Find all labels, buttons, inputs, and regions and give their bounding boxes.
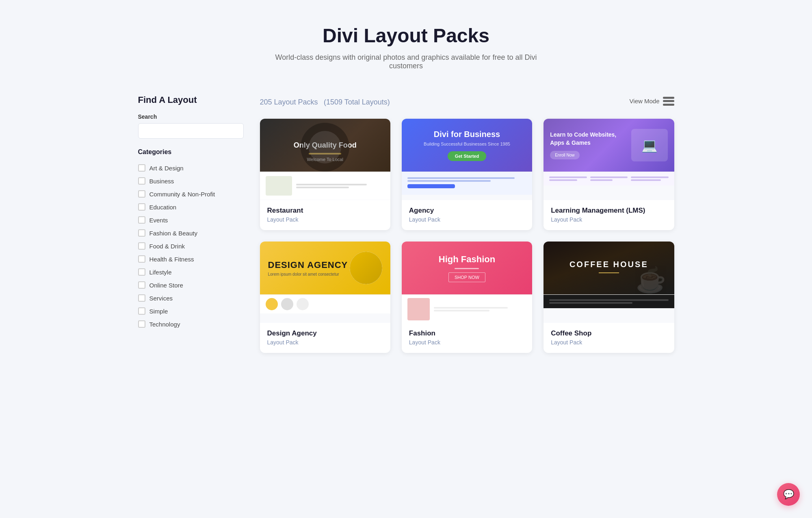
- card-image-top-restaurant: Only Quality Food Welcome To Local: [260, 119, 390, 172]
- card-type-design-agency: Layout Pack: [267, 339, 383, 346]
- card-name-agency: Agency: [409, 207, 525, 215]
- category-item-art-design[interactable]: Art & Design: [138, 161, 244, 174]
- card-type-lms: Layout Pack: [551, 216, 667, 223]
- card-restaurant[interactable]: Only Quality Food Welcome To Local Resta…: [260, 119, 390, 230]
- category-label-services: Services: [149, 295, 173, 302]
- card-fashion[interactable]: High Fashion SHOP NOW Fashion Layout Pac…: [402, 242, 532, 353]
- categories-list: Art & Design Business Community & Non-Pr…: [138, 161, 244, 331]
- card-coffee-shop[interactable]: COFFEE HOUSE ☕ Coffee Shop Layout Pack: [543, 242, 674, 353]
- card-image-bottom-fashion: [402, 294, 532, 323]
- card-image-bottom-agency: [402, 172, 532, 200]
- category-checkbox-lifestyle[interactable]: [138, 268, 145, 276]
- category-checkbox-business[interactable]: [138, 177, 145, 185]
- search-label: Search: [138, 113, 244, 120]
- card-type-agency: Layout Pack: [409, 216, 525, 223]
- count-main: 205 Layout Packs: [260, 98, 318, 106]
- category-label-technology: Technology: [149, 321, 180, 328]
- card-image-bottom-coffee-shop: [543, 294, 674, 323]
- cards-grid: Only Quality Food Welcome To Local Resta…: [260, 119, 674, 353]
- category-label-community: Community & Non-Profit: [149, 191, 215, 198]
- category-item-simple[interactable]: Simple: [138, 305, 244, 318]
- card-image-top-fashion: High Fashion SHOP NOW: [402, 242, 532, 294]
- card-info-agency: Agency Layout Pack: [402, 200, 532, 230]
- category-label-fashion-beauty: Fashion & Beauty: [149, 230, 197, 237]
- card-type-coffee-shop: Layout Pack: [551, 339, 667, 346]
- category-checkbox-fashion-beauty[interactable]: [138, 229, 145, 237]
- category-item-services[interactable]: Services: [138, 292, 244, 305]
- category-label-simple: Simple: [149, 308, 168, 315]
- card-agency[interactable]: Divi for Business Building Successful Bu…: [402, 119, 532, 230]
- card-image-top-coffee-shop: COFFEE HOUSE ☕: [543, 242, 674, 294]
- page-header: Divi Layout Packs World-class designs wi…: [0, 0, 812, 87]
- category-item-business[interactable]: Business: [138, 174, 244, 187]
- page-subtitle: World-class designs with original photos…: [264, 53, 548, 70]
- category-label-business: Business: [149, 178, 174, 185]
- category-item-lifestyle[interactable]: Lifestyle: [138, 266, 244, 279]
- category-checkbox-technology[interactable]: [138, 320, 145, 328]
- category-checkbox-events[interactable]: [138, 216, 145, 224]
- category-item-community[interactable]: Community & Non-Profit: [138, 187, 244, 200]
- card-info-design-agency: Design Agency Layout Pack: [260, 323, 390, 353]
- grid-header: 205 Layout Packs (1509 Total Layouts) Vi…: [260, 95, 674, 107]
- category-item-technology[interactable]: Technology: [138, 318, 244, 331]
- card-image-coffee-shop: COFFEE HOUSE ☕: [543, 242, 674, 323]
- card-info-coffee-shop: Coffee Shop Layout Pack: [543, 323, 674, 353]
- card-name-lms: Learning Management (LMS): [551, 207, 667, 215]
- grid-area: 205 Layout Packs (1509 Total Layouts) Vi…: [260, 95, 674, 353]
- card-image-fashion: High Fashion SHOP NOW: [402, 242, 532, 323]
- category-item-events[interactable]: Events: [138, 213, 244, 226]
- category-item-food-drink[interactable]: Food & Drink: [138, 239, 244, 252]
- card-image-top-lms: Learn to Code Websites, Apps & Games Enr…: [543, 119, 674, 172]
- card-image-agency: Divi for Business Building Successful Bu…: [402, 119, 532, 200]
- view-mode-label: View Mode: [630, 98, 660, 104]
- page-title: Divi Layout Packs: [8, 24, 804, 47]
- sidebar-title: Find A Layout: [138, 95, 244, 105]
- card-name-fashion: Fashion: [409, 329, 525, 337]
- card-info-lms: Learning Management (LMS) Layout Pack: [543, 200, 674, 230]
- category-checkbox-art-design[interactable]: [138, 164, 145, 172]
- category-item-fashion-beauty[interactable]: Fashion & Beauty: [138, 226, 244, 239]
- card-design-agency[interactable]: DESIGN AGENCY Lorem ipsum dolor sit amet…: [260, 242, 390, 353]
- category-label-art-design: Art & Design: [149, 165, 184, 172]
- grid-count: 205 Layout Packs (1509 Total Layouts): [260, 95, 390, 107]
- card-image-restaurant: Only Quality Food Welcome To Local: [260, 119, 390, 200]
- category-item-education[interactable]: Education: [138, 200, 244, 213]
- card-name-restaurant: Restaurant: [267, 207, 383, 215]
- search-input[interactable]: [138, 123, 244, 139]
- card-info-restaurant: Restaurant Layout Pack: [260, 200, 390, 230]
- category-item-online-store[interactable]: Online Store: [138, 279, 244, 292]
- category-checkbox-community[interactable]: [138, 190, 145, 198]
- category-checkbox-food-drink[interactable]: [138, 242, 145, 250]
- category-checkbox-online-store[interactable]: [138, 281, 145, 289]
- card-type-fashion: Layout Pack: [409, 339, 525, 346]
- category-label-online-store: Online Store: [149, 282, 183, 289]
- card-image-bottom-design-agency: [260, 294, 390, 323]
- card-image-top-design-agency: DESIGN AGENCY Lorem ipsum dolor sit amet…: [260, 242, 390, 294]
- category-item-health-fitness[interactable]: Health & Fitness: [138, 252, 244, 266]
- card-name-coffee-shop: Coffee Shop: [551, 329, 667, 337]
- card-image-design-agency: DESIGN AGENCY Lorem ipsum dolor sit amet…: [260, 242, 390, 323]
- card-lms[interactable]: Learn to Code Websites, Apps & Games Enr…: [543, 119, 674, 230]
- categories-title: Categories: [138, 148, 244, 156]
- category-checkbox-education[interactable]: [138, 203, 145, 211]
- category-checkbox-simple[interactable]: [138, 307, 145, 315]
- category-label-events: Events: [149, 217, 168, 224]
- category-label-lifestyle: Lifestyle: [149, 269, 172, 276]
- card-name-design-agency: Design Agency: [267, 329, 383, 337]
- sidebar: Find A Layout Search Categories Art & De…: [138, 95, 244, 353]
- main-content: Find A Layout Search Categories Art & De…: [122, 87, 691, 377]
- category-checkbox-services[interactable]: [138, 294, 145, 302]
- category-label-food-drink: Food & Drink: [149, 243, 185, 250]
- card-image-bottom-lms: [543, 172, 674, 200]
- card-image-bottom-restaurant: [260, 172, 390, 200]
- category-label-health-fitness: Health & Fitness: [149, 256, 194, 263]
- count-total: (1509 Total Layouts): [324, 98, 390, 106]
- card-type-restaurant: Layout Pack: [267, 216, 383, 223]
- chat-bubble[interactable]: [777, 483, 800, 506]
- card-image-lms: Learn to Code Websites, Apps & Games Enr…: [543, 119, 674, 200]
- category-checkbox-health-fitness[interactable]: [138, 255, 145, 263]
- view-mode-toggle[interactable]: View Mode: [630, 97, 674, 106]
- grid-view-icon: [663, 97, 674, 106]
- card-image-top-agency: Divi for Business Building Successful Bu…: [402, 119, 532, 172]
- card-info-fashion: Fashion Layout Pack: [402, 323, 532, 353]
